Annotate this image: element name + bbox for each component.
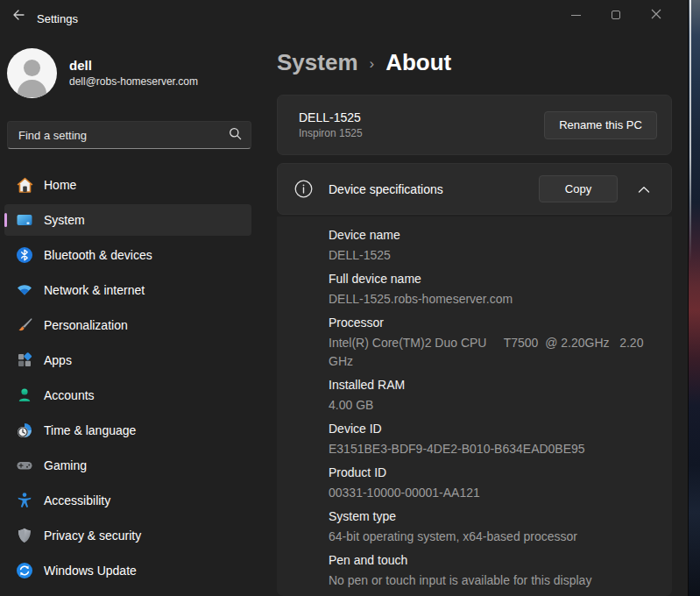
spec-label: Installed RAM xyxy=(329,374,672,396)
sidebar-item-system[interactable]: System xyxy=(4,204,251,236)
device-specifications-header[interactable]: Device specifications Copy xyxy=(277,163,672,215)
system-icon xyxy=(16,211,33,229)
chevron-up-icon xyxy=(638,181,650,197)
spec-value: E3151BE3-BDF9-4DE2-B010-B634EAD0BE95 xyxy=(329,440,654,458)
accessibility-icon xyxy=(16,492,33,509)
spec-value: 00331-10000-00001-AA121 xyxy=(329,484,654,502)
sidebar-item-personalization[interactable]: Personalization xyxy=(4,309,251,341)
desktop-wallpaper xyxy=(689,0,700,596)
info-icon xyxy=(294,180,313,198)
home-icon xyxy=(16,176,33,194)
gaming-icon xyxy=(16,457,33,474)
user-name: dell xyxy=(69,57,198,74)
apps-icon xyxy=(16,351,33,369)
sidebar-item-time-language[interactable]: Time & language xyxy=(4,415,251,446)
breadcrumb: System › About xyxy=(277,49,451,76)
sidebar-item-label: System xyxy=(44,213,85,227)
breadcrumb-system[interactable]: System xyxy=(277,49,358,76)
spec-value: Intel(R) Core(TM)2 Duo CPU T7500 @ 2.20G… xyxy=(329,334,654,371)
spec-row: Installed RAM 4.00 GB xyxy=(329,374,672,415)
spec-label: Device ID xyxy=(329,418,672,440)
search-icon xyxy=(229,127,242,144)
user-profile[interactable]: dell dell@robs-homeserver.com xyxy=(7,48,198,98)
windows-update-icon xyxy=(16,562,33,579)
search-input[interactable]: Find a setting xyxy=(7,121,251,149)
spec-label: Pen and touch xyxy=(329,550,672,571)
spec-label: System type xyxy=(329,506,672,528)
sidebar-nav: Home System Bluetooth & devices Network … xyxy=(4,169,251,590)
sidebar-item-label: Privacy & security xyxy=(44,529,141,543)
sidebar-item-network-internet[interactable]: Network & internet xyxy=(4,274,251,306)
selected-accent-pill xyxy=(4,213,7,227)
personalization-icon xyxy=(16,316,33,334)
device-specifications-panel: Device name DELL-1525 Full device name D… xyxy=(277,216,672,596)
sidebar-item-label: Personalization xyxy=(44,318,128,332)
sidebar-item-accounts[interactable]: Accounts xyxy=(4,380,251,411)
avatar xyxy=(7,48,57,98)
sidebar-item-bluetooth-devices[interactable]: Bluetooth & devices xyxy=(4,239,251,271)
search-placeholder: Find a setting xyxy=(18,129,229,142)
device-name: DELL-1525 xyxy=(299,110,544,126)
close-button[interactable] xyxy=(636,0,676,30)
sidebar-item-label: Home xyxy=(44,178,76,192)
spec-label: Full device name xyxy=(329,268,672,290)
spec-row: System type 64-bit operating system, x64… xyxy=(329,506,672,546)
spec-row: Processor Intel(R) Core(TM)2 Duo CPU T75… xyxy=(329,312,672,371)
minimize-icon xyxy=(571,15,581,16)
spec-row: Product ID 00331-10000-00001-AA121 xyxy=(329,462,672,502)
spec-value: No pen or touch input is available for t… xyxy=(329,571,654,590)
sidebar-item-label: Windows Update xyxy=(44,564,137,578)
accounts-icon xyxy=(16,387,33,404)
page-title: About xyxy=(385,49,451,76)
rename-pc-button[interactable]: Rename this PC xyxy=(544,111,657,139)
back-arrow-icon xyxy=(12,8,25,24)
spec-value: DELL-1525.robs-homeserver.com xyxy=(329,290,654,309)
device-card: DELL-1525 Inspiron 1525 Rename this PC xyxy=(277,95,672,155)
sidebar-item-accessibility[interactable]: Accessibility xyxy=(4,485,251,516)
time-language-icon xyxy=(16,422,33,439)
titlebar: Settings xyxy=(0,0,689,32)
device-specifications-title: Device specifications xyxy=(329,182,539,196)
sidebar-item-label: Network & internet xyxy=(44,283,145,297)
device-model: Inspiron 1525 xyxy=(299,126,544,141)
spec-row: Pen and touch No pen or touch input is a… xyxy=(329,550,672,590)
spec-row: Device ID E3151BE3-BDF9-4DE2-B010-B634EA… xyxy=(329,418,672,458)
bluetooth-icon xyxy=(16,246,33,264)
spec-value: DELL-1525 xyxy=(329,246,654,265)
maximize-icon xyxy=(612,11,620,19)
back-button[interactable] xyxy=(5,4,32,28)
spec-value: 64-bit operating system, x64-based proce… xyxy=(329,528,654,546)
app-title: Settings xyxy=(37,12,78,25)
spec-label: Product ID xyxy=(329,462,672,484)
collapse-expander-button[interactable] xyxy=(631,176,657,202)
sidebar-item-label: Bluetooth & devices xyxy=(44,248,152,262)
network-icon xyxy=(16,281,33,299)
sidebar-item-label: Accessibility xyxy=(44,493,110,507)
spec-row: Device name DELL-1525 xyxy=(329,224,672,265)
sidebar-item-label: Accounts xyxy=(44,388,95,402)
sidebar-item-label: Time & language xyxy=(44,423,136,437)
sidebar-item-apps[interactable]: Apps xyxy=(4,344,251,376)
user-email: dell@robs-homeserver.com xyxy=(69,74,198,89)
sidebar-item-home[interactable]: Home xyxy=(4,169,251,201)
spec-label: Device name xyxy=(329,224,672,246)
sidebar-item-label: Apps xyxy=(44,353,72,367)
privacy-icon xyxy=(16,527,33,544)
sidebar-item-windows-update[interactable]: Windows Update xyxy=(4,555,251,586)
breadcrumb-separator: › xyxy=(370,55,375,73)
close-icon xyxy=(651,7,661,23)
spec-row: Full device name DELL-1525.robs-homeserv… xyxy=(329,268,672,309)
sidebar-item-gaming[interactable]: Gaming xyxy=(4,450,251,481)
sidebar-item-label: Gaming xyxy=(44,458,87,472)
maximize-button[interactable] xyxy=(596,0,636,30)
copy-button[interactable]: Copy xyxy=(539,175,618,202)
spec-label: Processor xyxy=(329,312,672,334)
minimize-button[interactable] xyxy=(555,0,596,30)
sidebar-item-privacy-security[interactable]: Privacy & security xyxy=(4,520,251,551)
spec-value: 4.00 GB xyxy=(329,396,654,415)
